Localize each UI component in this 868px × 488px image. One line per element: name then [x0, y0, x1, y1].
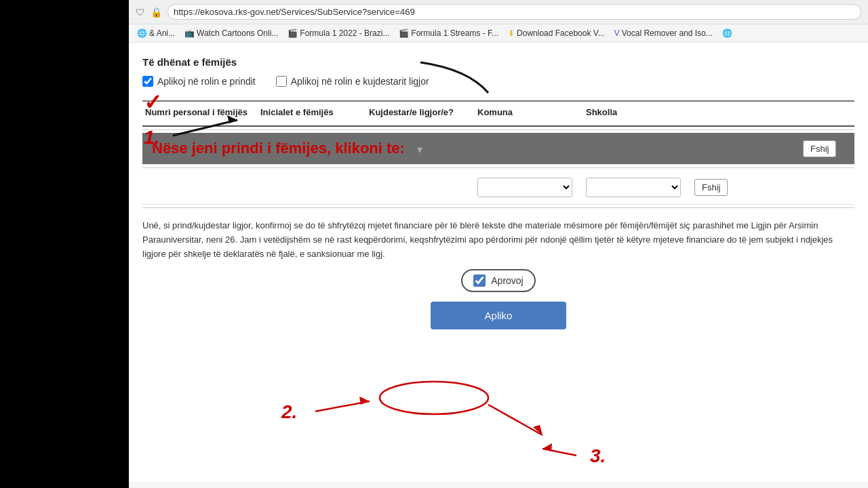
- row2-cell-shkolla[interactable]: [583, 175, 692, 200]
- bookmark-label-1: Watch Cartoons Onli...: [197, 28, 278, 38]
- bookmark-icon-0: 🌐: [137, 28, 147, 38]
- checkbox-parent-label[interactable]: Aplikoj në rolin e prindit: [142, 76, 256, 87]
- table-top-separator: [142, 100, 854, 102]
- url-bar[interactable]: https://ekosova.rks-gov.net/Services/Sub…: [167, 4, 861, 20]
- bookmark-icon-3: 🎬: [399, 28, 409, 38]
- highlighted-message: Nëse jeni prindi i fëmijes, klikoni te:: [145, 134, 412, 162]
- bookmark-item-2[interactable]: 🎬 Formula 1 2022 - Brazi...: [285, 27, 392, 39]
- checkbox-parent[interactable]: [142, 76, 153, 87]
- row1-cell-delete: Fshij: [800, 138, 854, 160]
- bookmark-label-4: Download Facebook V...: [517, 28, 605, 38]
- approve-row: Aprovoj: [142, 269, 854, 292]
- bookmark-item-1[interactable]: 📺 Watch Cartoons Onli...: [182, 27, 281, 39]
- table-row-1: Nëse jeni prindi i fëmijes, klikoni te: …: [142, 133, 854, 165]
- address-bar: 🛡 🔒 https://ekosova.rks-gov.net/Services…: [129, 0, 868, 24]
- approve-checkbox[interactable]: [473, 274, 486, 287]
- table-row-2: Fshij: [142, 171, 854, 205]
- row2-cell-komuna[interactable]: [475, 175, 583, 200]
- bookmark-icon-1: 📺: [184, 28, 195, 38]
- bookmark-icon-4: ⬇: [508, 28, 515, 38]
- checkbox-parent-text: Aplikoj në rolin e prindit: [157, 76, 256, 87]
- dropdown-arrow-icon: ▾: [417, 144, 422, 155]
- bookmark-label-3: Formula 1 Streams - F...: [411, 28, 498, 38]
- bookmark-item-4[interactable]: ⬇ Download Facebook V...: [505, 27, 608, 39]
- bookmark-label-0: & Ani...: [149, 28, 175, 38]
- bookmark-item-6[interactable]: 🌐: [719, 27, 735, 39]
- col-header-1: Inicialet e fëmijës: [258, 104, 366, 120]
- bookmark-item-5[interactable]: V Vocal Remover and Iso...: [612, 27, 715, 39]
- bookmark-icon-2: 🎬: [288, 28, 298, 38]
- col-header-5: [692, 104, 746, 120]
- col-header-3: Komuna: [475, 104, 583, 120]
- bookmark-label-2: Formula 1 2022 - Brazi...: [300, 28, 389, 38]
- row2-cell-1: [258, 185, 366, 190]
- bookmarks-bar: 🌐 & Ani... 📺 Watch Cartoons Onli... 🎬 Fo…: [129, 24, 868, 43]
- col-header-2: Kujdestar/e ligjor/e?: [366, 104, 475, 120]
- row2-cell-delete: Fshij: [692, 176, 746, 199]
- bookmark-icon-5: V: [614, 28, 620, 38]
- row2-cell-0: [142, 185, 258, 190]
- table-header: Numri personal i fëmijës Inicialet e fëm…: [142, 104, 854, 127]
- col-header-4: Shkolla: [583, 104, 692, 120]
- left-black-bar: [0, 0, 129, 488]
- komuna-select[interactable]: [477, 178, 572, 197]
- delete-btn-2[interactable]: Fshij: [694, 179, 728, 196]
- row1-separator: [142, 167, 854, 168]
- row1-cell-0: Nëse jeni prindi i fëmijes, klikoni te: …: [142, 137, 800, 160]
- checkbox-guardian[interactable]: [276, 76, 287, 87]
- delete-btn-1[interactable]: Fshij: [803, 140, 836, 157]
- shkolla-select[interactable]: [586, 178, 681, 197]
- apply-btn-row: Apliko: [142, 302, 854, 329]
- bookmark-item-0[interactable]: 🌐 & Ani...: [134, 27, 178, 39]
- globe-icon: 🌐: [722, 28, 732, 38]
- checkbox-guardian-label[interactable]: Aplikoj në rolin e kujdestarit ligjor: [276, 76, 429, 87]
- shield-icon: 🛡: [136, 7, 145, 18]
- approve-label: Aprovoj: [491, 275, 523, 286]
- section-title: Të dhënat e fëmijës: [142, 56, 854, 68]
- legal-text: Unë, si prind/kujdestar ligjor, konfirmo…: [142, 219, 854, 261]
- col-header-0: Numri personal i fëmijës: [142, 104, 258, 120]
- bookmark-item-3[interactable]: 🎬 Formula 1 Streams - F...: [396, 27, 501, 39]
- browser-window: 🛡 🔒 https://ekosova.rks-gov.net/Services…: [129, 0, 868, 488]
- header-row-separator: [142, 129, 854, 130]
- lock-icon: 🔒: [151, 7, 162, 18]
- row2-cell-2: [366, 185, 475, 190]
- bookmark-label-5: Vocal Remover and Iso...: [622, 28, 713, 38]
- checkboxes-row: Aplikoj në rolin e prindit Aplikoj në ro…: [142, 76, 854, 87]
- approve-box: Aprovoj: [461, 269, 535, 292]
- row2-separator: [142, 207, 854, 208]
- checkbox-guardian-text: Aplikoj në rolin e kujdestarit ligjor: [291, 76, 429, 87]
- apply-button[interactable]: Apliko: [431, 302, 567, 329]
- page-content: Të dhënat e fëmijës Aplikoj në rolin e p…: [129, 43, 868, 482]
